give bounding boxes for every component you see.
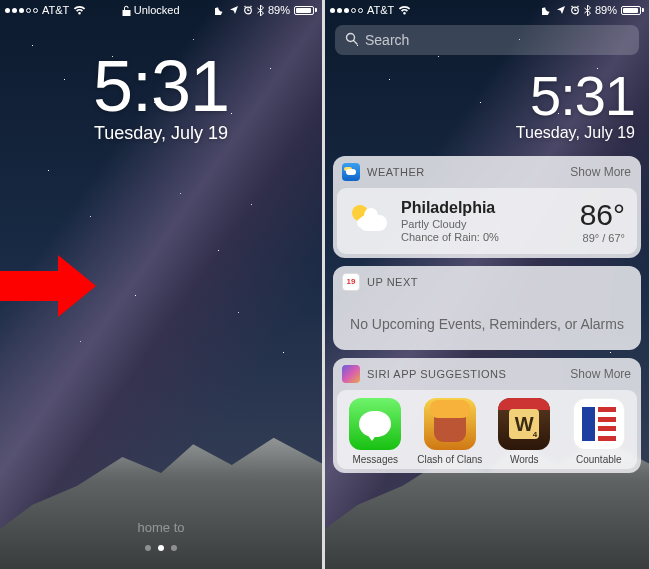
bluetooth-icon <box>584 5 591 16</box>
clock-date: Tuesday, July 19 <box>0 123 322 144</box>
calendar-app-icon: 19 <box>342 273 360 291</box>
lock-status-label: Unlocked <box>134 4 180 16</box>
lock-clock: 5:31 Tuesday, July 19 <box>0 45 322 144</box>
slide-hint: home to <box>0 520 322 535</box>
carrier-label: AT&T <box>42 4 69 16</box>
battery-percent-label: 89% <box>268 4 290 16</box>
location-icon <box>229 5 239 15</box>
bluetooth-icon <box>257 5 264 16</box>
app-countable[interactable]: Countable <box>568 398 630 465</box>
app-words[interactable]: W4 Words <box>493 398 555 465</box>
carrier-label: AT&T <box>367 4 394 16</box>
weather-range: 89° / 67° <box>580 232 625 244</box>
dnd-moon-icon <box>542 5 552 15</box>
svg-line-3 <box>354 41 358 45</box>
weather-app-icon <box>342 163 360 181</box>
clash-of-clans-icon <box>424 398 476 450</box>
weather-rain: Chance of Rain: 0% <box>401 231 568 243</box>
siri-app-icon <box>342 365 360 383</box>
words-icon: W4 <box>498 398 550 450</box>
battery-icon <box>621 6 644 15</box>
widget-title: UP NEXT <box>367 276 418 288</box>
weather-temp: 86° <box>580 198 625 232</box>
show-more-button[interactable]: Show More <box>570 165 631 179</box>
up-next-widget[interactable]: 19 UP NEXT No Upcoming Events, Reminders… <box>333 266 641 350</box>
weather-widget[interactable]: WEATHER Show More Philadelphia Partly Cl… <box>333 156 641 258</box>
clock-time: 5:31 <box>325 63 635 128</box>
clock-date: Tuesday, July 19 <box>325 124 635 142</box>
battery-icon <box>294 6 317 15</box>
countable-icon <box>573 398 625 450</box>
app-clash-of-clans[interactable]: Clash of Clans <box>419 398 481 465</box>
status-bar: AT&T Unlocked 89% <box>0 0 322 20</box>
page-indicator[interactable] <box>0 545 322 551</box>
siri-suggestions-widget[interactable]: SIRI APP SUGGESTIONS Show More Messages … <box>333 358 641 473</box>
search-input[interactable]: Search <box>335 25 639 55</box>
search-placeholder: Search <box>365 32 409 48</box>
battery-percent-label: 89% <box>595 4 617 16</box>
show-more-button[interactable]: Show More <box>570 367 631 381</box>
dnd-moon-icon <box>215 5 225 15</box>
status-bar: AT&T 89% <box>325 0 649 20</box>
signal-strength-icon <box>5 8 38 13</box>
unlock-icon <box>122 5 131 16</box>
today-clock: 5:31 Tuesday, July 19 <box>325 63 649 142</box>
clock-time: 5:31 <box>0 45 322 127</box>
signal-strength-icon <box>330 8 363 13</box>
swipe-right-arrow <box>0 255 100 315</box>
widget-title: SIRI APP SUGGESTIONS <box>367 368 506 380</box>
app-messages[interactable]: Messages <box>344 398 406 465</box>
wifi-icon <box>73 5 86 15</box>
app-label: Messages <box>352 454 398 465</box>
partly-cloudy-icon <box>349 201 389 241</box>
messages-icon <box>349 398 401 450</box>
today-view: AT&T 89% Search 5:31 Tuesday, Ju <box>325 0 649 569</box>
weather-city: Philadelphia <box>401 199 568 217</box>
alarm-icon <box>243 5 253 15</box>
app-label: Words <box>510 454 539 465</box>
search-icon <box>345 32 358 48</box>
app-label: Countable <box>576 454 622 465</box>
weather-condition: Partly Cloudy <box>401 218 568 230</box>
alarm-icon <box>570 5 580 15</box>
up-next-message: No Upcoming Events, Reminders, or Alarms <box>333 298 641 350</box>
widget-title: WEATHER <box>367 166 425 178</box>
app-label: Clash of Clans <box>417 454 482 465</box>
lock-screen: AT&T Unlocked 89% 5:31 <box>0 0 322 569</box>
location-icon <box>556 5 566 15</box>
wifi-icon <box>398 5 411 15</box>
